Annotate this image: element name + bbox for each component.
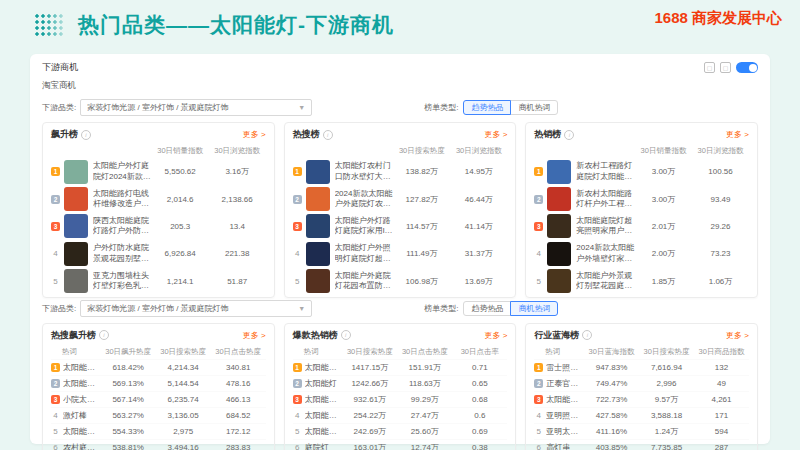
keyword-row[interactable]: 6 庭院灯 163.01万 12.74万 0.38: [293, 439, 508, 450]
display-toggle[interactable]: [736, 62, 758, 73]
more-link[interactable]: 更多 >: [243, 129, 266, 140]
metric-value: 932.61万: [342, 394, 397, 405]
product-title: 太阳能户外景观灯别墅花园庭院篝火灯防水地插灯夜灯晚上自动亮: [576, 271, 635, 292]
info-icon[interactable]: i: [341, 330, 351, 340]
product-row[interactable]: 5 太阳能户外景观灯别墅花园庭院篝火灯防水地插灯夜灯晚上自动亮 1.85万 1.…: [534, 268, 749, 295]
metric-value: 563.27%: [101, 411, 156, 420]
board-title: 热搜榜: [293, 128, 320, 141]
category-select[interactable]: 家装灯饰光源 / 室外灯饰 / 景观庭院灯饰 ▼: [80, 300, 312, 317]
product-title: 太阳能灯农村门口防水壁灯大功率室内家用超亮庭院灯感应户外灯: [335, 161, 394, 182]
product-row[interactable]: 4 户外灯防水庭院景观花园别墅露台手提大小南瓜灯笼圆太阳能草坪灯 6,926.8…: [51, 240, 266, 267]
product-thumb: [64, 269, 88, 293]
metric-value: 12.74万: [397, 442, 452, 450]
product-row[interactable]: 2 2024新款太阳能户外庭院灯农村家用防水室外LED照明人体感应路灯 127.…: [293, 185, 508, 212]
keyword-row[interactable]: 1 太阳能庭院灯 1417.15万 151.91万 0.71: [293, 359, 508, 375]
metric-value: 14.95万: [450, 166, 507, 177]
keyword-row[interactable]: 4 太阳能照明灯 254.22万 27.47万 0.6: [293, 407, 508, 423]
info-icon[interactable]: i: [81, 130, 91, 140]
metric-value: 205.3: [152, 222, 209, 231]
product-row[interactable]: 2 太阳能路灯电线杆维修改造户外防水led庭院灯挑臂抱杆超亮新农村 2,014.…: [51, 185, 266, 212]
product-row[interactable]: 4 2024新款太阳能户外墙壁灯家用室外防水感应新型农村照明led路灯 2.00…: [534, 240, 749, 267]
rank-badge: 2: [293, 379, 302, 388]
metric-value: 6,235.74: [156, 395, 211, 404]
subtab-taobao[interactable]: 淘宝商机: [42, 80, 758, 92]
product-row[interactable]: 4 太阳能灯户外照明灯庭院灯超亮大功率新型防水室内外家用LED路灯 111.49…: [293, 240, 508, 267]
rank-number: 4: [51, 411, 60, 420]
metric-value: 1.06万: [692, 276, 749, 287]
pill-trend-hot[interactable]: 趋势热品: [463, 301, 511, 316]
product-boards-row: 飙升榜 i 更多 > 30日销量指数30日浏览指数 1 太阳能户外灯庭院灯202…: [42, 122, 758, 298]
metric-value: 618.42%: [101, 363, 156, 372]
keyword-row[interactable]: 5 亚明太阳能户外灯 411.16% 1.24万 594: [534, 423, 749, 439]
keyword-row[interactable]: 5 太阳能户外灯家用庭... 242.69万 25.60万 0.69: [293, 423, 508, 439]
product-title: 新农村工程路灯庭院灯太阳能路灯杆户外6米大小锥杆海螺臂杆定制: [576, 161, 635, 182]
keyword-row[interactable]: 4 激灯棒 563.27% 3,136.05 684.52: [51, 407, 266, 423]
info-icon[interactable]: i: [564, 130, 574, 140]
keyword-text: 太阳能户外灯家用庭...: [305, 426, 343, 437]
metric-value: 49: [694, 379, 749, 388]
metric-value: 13.4: [209, 222, 266, 231]
keyword-row[interactable]: 4 亚明照明旗舰店 427.58% 3,588.18 171: [534, 407, 749, 423]
product-thumb: [64, 187, 88, 211]
product-row[interactable]: 3 太阳能庭院灯超亮照明家用户外人体感应灯防水头灯锐丝自动亮电商 2.01万 2…: [534, 213, 749, 240]
rank-number: 5: [51, 277, 60, 286]
keyword-row[interactable]: 3 太阳能户外灯 932.61万 99.29万 0.68: [293, 391, 508, 407]
more-link[interactable]: 更多 >: [484, 330, 507, 341]
product-row[interactable]: 1 太阳能灯农村门口防水壁灯大功率室内家用超亮庭院灯感应户外灯 138.82万 …: [293, 158, 508, 185]
metric-value: 2,138.66: [209, 195, 266, 204]
tab-downstream[interactable]: 下游商机: [42, 61, 78, 74]
column-headers: 30日销量指数30日浏览指数: [534, 146, 749, 156]
keyword-row[interactable]: 5 太阳能灯吸顶灯 554.33% 2,975 172.12: [51, 423, 266, 439]
metric-value: 138.82万: [393, 166, 450, 177]
expand-icon[interactable]: ▢: [720, 62, 731, 73]
keyword-row[interactable]: 2 正泰官方旗舰店 749.47% 2,996 49: [534, 375, 749, 391]
keyword-row[interactable]: 1 太阳能灭蚊器小夜灯 618.42% 4,214.34 340.81: [51, 359, 266, 375]
product-row[interactable]: 2 新农村太阳能路灯杆户外工程路灯庭院灯6米大小锥杆海螺臂杆定制 3.00万 9…: [534, 185, 749, 212]
product-row[interactable]: 5 太阳能户外庭院灯花园布置防水楼梯台阶灯围墙壁灯栏杆装饰灯照明 106.98万…: [293, 268, 508, 295]
info-icon[interactable]: i: [582, 330, 592, 340]
keyword-text: 太阳能户外灯: [305, 394, 343, 405]
keyword-row[interactable]: 6 高灯串 403.85% 7,735.85 287: [534, 439, 749, 450]
main-panel: 下游商机 ▢ ▢ 淘宝商机 下游品类: 家装灯饰光源 / 室外灯饰 / 景观庭院…: [30, 54, 770, 444]
product-row[interactable]: 1 太阳能户外灯庭院灯2024新款家用室外防水超亮大功率LED感应路灯 5,55…: [51, 158, 266, 185]
product-row[interactable]: 3 太阳能户外灯路灯庭院灯家用led超亮新款大功率防水带灯杆照明灯 114.57…: [293, 213, 508, 240]
category-select[interactable]: 家装灯饰光源 / 室外灯饰 / 景观庭院灯饰 ▼: [80, 99, 312, 116]
product-row[interactable]: 5 亚克力围墙柱头灯壁灯彩色乳白细纹PE PPMA PS圆形塑料不碎灯罩 1,2…: [51, 268, 266, 295]
rank-number: 6: [51, 443, 60, 450]
more-link[interactable]: 更多 >: [243, 330, 266, 341]
keyword-row[interactable]: 2 太阳能灯 1242.66万 118.63万 0.65: [293, 375, 508, 391]
more-link[interactable]: 更多 >: [484, 129, 507, 140]
keyword-row[interactable]: 6 农村庭院照明灯 538.81% 3,494.16 283.83: [51, 439, 266, 450]
board-blue-ocean: 行业蓝海榜 i 更多 > 热词 30日蓝海指数 30日搜索热度 30日商品指数 …: [525, 323, 758, 450]
pill-biz-keywords[interactable]: 商机热词: [510, 301, 558, 316]
more-link[interactable]: 更多 >: [726, 129, 749, 140]
product-row[interactable]: 3 陕西太阳能庭院灯路灯户外防水3米小区超亮LED灯杆包塑抱杆景观灯 205.3…: [51, 213, 266, 240]
metric-value: 118.63万: [397, 378, 452, 389]
metric-value: 46.44万: [450, 194, 507, 205]
rank-badge: 3: [51, 222, 60, 231]
board-title: 热搜飙升榜: [51, 329, 96, 342]
rank-number: 5: [534, 427, 543, 436]
more-link[interactable]: 更多 >: [726, 330, 749, 341]
page-header: 热门品类——太阳能灯-下游商机 1688 商家发展中心: [0, 0, 800, 50]
rank-badge: 3: [51, 395, 60, 404]
info-icon[interactable]: i: [99, 330, 109, 340]
product-thumb: [64, 160, 88, 184]
pill-biz-keywords[interactable]: 商机热词: [510, 100, 558, 115]
collapse-icon[interactable]: ▢: [704, 62, 715, 73]
rank-badge: 1: [293, 363, 302, 372]
info-icon[interactable]: i: [323, 130, 333, 140]
metric-value: 5,550.62: [152, 167, 209, 176]
product-thumb: [547, 160, 571, 184]
product-row[interactable]: 1 新农村工程路灯庭院灯太阳能路灯杆户外6米大小锥杆海螺臂杆定制 3.00万 1…: [534, 158, 749, 185]
keyword-row[interactable]: 2 太阳能遥控灯头 569.13% 5,144.54 478.16: [51, 375, 266, 391]
keyword-text: 亚明太阳能户外灯: [546, 426, 584, 437]
metric-value: 2.00万: [635, 248, 692, 259]
keyword-row[interactable]: 3 小院太阳能灯装饰 567.14% 6,235.74 466.13: [51, 391, 266, 407]
metric-value: 3,494.16: [156, 443, 211, 450]
keyword-row[interactable]: 3 太阳能充电照明灯 722.73% 9.57万 4,261: [534, 391, 749, 407]
keyword-row[interactable]: 1 雷士照明官方旗舰店... 947.83% 7,616.94 132: [534, 359, 749, 375]
board-type-label: 榜单类型:: [424, 303, 458, 314]
chevron-down-icon: ▼: [298, 305, 305, 312]
pill-trend-hot[interactable]: 趋势热品: [463, 100, 511, 115]
